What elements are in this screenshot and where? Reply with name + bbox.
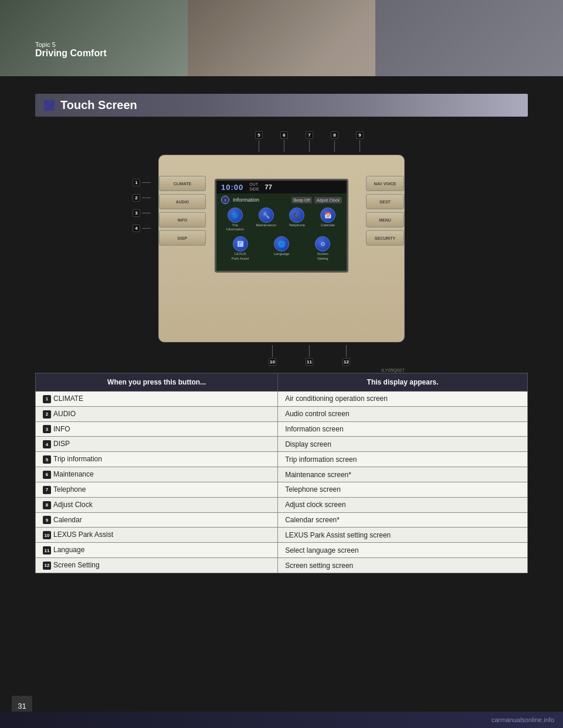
table-header-display: This display appears. — [278, 373, 528, 392]
row-badge: 11 — [43, 546, 51, 554]
callout-7-top: 7 — [306, 131, 313, 152]
table-cell-button: 10LEXUS Park Assist — [36, 528, 278, 543]
table-row: 4DISP Display screen — [36, 437, 528, 452]
disp-button[interactable]: DISP — [159, 230, 206, 246]
screen-icon-language[interactable]: 🌐 Language — [262, 236, 300, 260]
screen-icon-maintenance[interactable]: 🔧 Maintenance — [252, 207, 280, 232]
callout-line-7 — [309, 140, 310, 152]
table-row: 2AUDIO Audio control screen — [36, 406, 528, 421]
callout-line-12-v — [346, 345, 347, 357]
image-caption: ILY05Q027 — [158, 368, 405, 373]
top-callout-row: 5 6 7 8 9 — [158, 131, 405, 152]
table-row: 5Trip information Trip information scree… — [36, 452, 528, 467]
screen-icon-screen-setting[interactable]: ⚙ ScreenSetting — [304, 236, 342, 260]
climate-button[interactable]: CLIMATE — [159, 176, 206, 191]
screen-info-row: i Information Beep Off Adjust Clock — [221, 196, 342, 204]
table-row: 9Calendar Calendar screen* — [36, 512, 528, 528]
callout-3-left: 3 — [133, 209, 151, 217]
callout-line-2 — [142, 198, 151, 198]
table-cell-button: 1CLIMATE — [36, 392, 278, 407]
clock-button[interactable]: Adjust Clock — [314, 197, 342, 203]
callout-badge-12: 12 — [342, 358, 350, 366]
table-cell-button: 2AUDIO — [36, 406, 278, 421]
callout-badge-9: 9 — [356, 131, 364, 139]
screen-icon-park-assist[interactable]: 🅿 LEXUSPark Assist — [221, 236, 259, 260]
callout-11-bottom: 11 — [306, 345, 313, 366]
security-button[interactable]: SECURITY — [366, 230, 404, 246]
screen-out-label: OUT SIDE — [249, 182, 259, 192]
banner-image-mid — [188, 0, 375, 76]
table-cell-display: Calendar screen* — [278, 512, 528, 528]
row-badge: 1 — [43, 395, 51, 403]
callout-line-9 — [359, 140, 360, 152]
table-cell-display: Maintenance screen* — [278, 467, 528, 482]
table-cell-button: 12Screen Setting — [36, 558, 278, 573]
table-cell-display: Air conditioning operation screen — [278, 392, 528, 407]
callout-line-11-v — [309, 345, 310, 357]
callout-badge-8: 8 — [331, 131, 338, 139]
row-badge: 7 — [43, 486, 51, 494]
callout-5-top: 5 — [255, 131, 263, 152]
info-table: When you press this button... This displ… — [35, 373, 528, 573]
table-cell-display: Select language screen — [278, 543, 528, 558]
footer-bar: carmanualsonline.info — [0, 712, 563, 728]
banner-images — [0, 0, 563, 76]
right-buttons: NAV VOICE DEST MENU SECURITY — [366, 176, 404, 246]
callout-badge-6: 6 — [280, 131, 288, 139]
screen-time: 10:00 — [221, 183, 243, 192]
table-cell-button: 9Calendar — [36, 512, 278, 528]
screen-icons-row1: 🔵 TripInformation 🔧 Maintenance 📞 Teleph… — [221, 206, 342, 233]
callout-badge-1: 1 — [133, 179, 140, 186]
callout-1-left: 1 — [133, 179, 151, 186]
screen-icon-trip[interactable]: 🔵 TripInformation — [221, 207, 249, 232]
topic-label: Topic 5 Driving Comfort — [35, 41, 107, 59]
row-badge: 6 — [43, 471, 51, 479]
table-row: 3INFO Information screen — [36, 421, 528, 437]
nav-voice-button[interactable]: NAV VOICE — [366, 176, 404, 191]
callout-badge-11: 11 — [306, 358, 313, 366]
table-cell-button: 4DISP — [36, 437, 278, 452]
callout-line-1 — [142, 182, 151, 183]
left-callouts: 1 2 3 4 — [133, 179, 151, 232]
callout-badge-7: 7 — [306, 131, 313, 139]
dest-button[interactable]: DEST — [366, 194, 404, 209]
callout-line-3 — [142, 213, 151, 213]
bottom-callout-row: 10 11 12 — [158, 345, 405, 366]
row-badge: 2 — [43, 410, 51, 419]
topic-number: Topic 5 — [35, 41, 107, 48]
callout-badge-10: 10 — [269, 358, 276, 366]
callout-line-10-v — [272, 345, 273, 357]
table-cell-display: Audio control screen — [278, 406, 528, 421]
device-body: 1 2 3 4 CLIMATE AUDIO — [158, 155, 405, 342]
table-cell-display: Screen setting screen — [278, 558, 528, 573]
callout-line-8 — [334, 140, 335, 152]
table-row: 8Adjust Clock Adjust clock screen — [36, 497, 528, 512]
table-cell-display: LEXUS Park Assist setting screen — [278, 528, 528, 543]
table-cell-button: 11Language — [36, 543, 278, 558]
menu-button[interactable]: MENU — [366, 212, 404, 227]
screen-icon-telephone[interactable]: 📞 Telephone — [283, 207, 311, 232]
table-cell-display: Telephone screen — [278, 482, 528, 497]
banner-image-right — [375, 0, 563, 76]
screen-main: i Information Beep Off Adjust Clock 🔵 Tr… — [216, 193, 347, 264]
table-row: 7Telephone Telephone screen — [36, 482, 528, 497]
table-cell-button: 5Trip information — [36, 452, 278, 467]
table-row: 11Language Select language screen — [36, 543, 528, 558]
beep-button[interactable]: Beep Off — [291, 197, 313, 203]
screen-ctrl-row: Beep Off Adjust Clock — [291, 197, 342, 203]
screen-icon-calendar[interactable]: 📅 Calendar — [314, 207, 342, 232]
section-heading: Touch Screen — [35, 94, 528, 117]
table-header-button: When you press this button... — [36, 373, 278, 392]
watermark: carmanualsonline.info — [491, 716, 554, 723]
info-button[interactable]: INFO — [159, 212, 206, 227]
callout-10-bottom: 10 — [269, 345, 276, 366]
row-badge: 10 — [43, 531, 51, 539]
callout-line-5 — [259, 140, 259, 152]
row-badge: 8 — [43, 501, 51, 509]
table-cell-display: Display screen — [278, 437, 528, 452]
table-row: 1CLIMATE Air conditioning operation scre… — [36, 392, 528, 407]
callout-6-top: 6 — [280, 131, 288, 152]
topic-title: Driving Comfort — [35, 48, 107, 59]
screen-info-badge: i — [221, 196, 229, 204]
audio-button[interactable]: AUDIO — [159, 194, 206, 209]
